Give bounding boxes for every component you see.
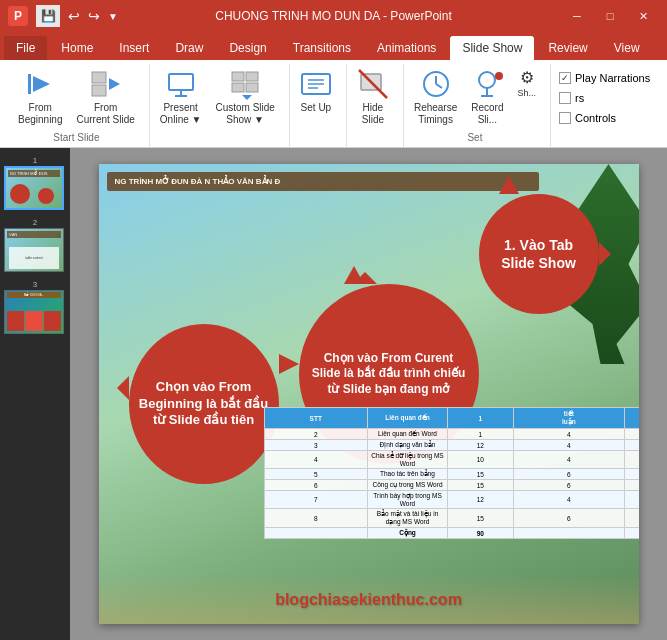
ribbon-group-present: PresentOnline ▼ Custom SlideShow ▼ <box>150 64 290 147</box>
tab-animations[interactable]: Animations <box>365 36 448 60</box>
svg-rect-11 <box>246 83 258 92</box>
slide-thumb-2[interactable]: VĂN table content <box>4 228 64 272</box>
minimize-button[interactable]: ─ <box>561 0 593 32</box>
from-beginning-label: FromBeginning <box>18 102 62 126</box>
tab-file[interactable]: File <box>4 36 47 60</box>
setup-icon <box>300 68 332 100</box>
ribbon-group-hide: HideSlide <box>347 64 404 147</box>
svg-rect-8 <box>232 72 244 81</box>
item2-check[interactable]: rs <box>555 90 654 106</box>
table-col-2: Liên quan đến <box>368 408 448 429</box>
present-online-label: PresentOnline ▼ <box>160 102 202 126</box>
item2-checkbox[interactable] <box>559 92 571 104</box>
setup-label: Set Up <box>301 102 332 113</box>
svg-point-23 <box>495 72 503 80</box>
redo-button[interactable]: ↪ <box>88 8 100 24</box>
tab-draw[interactable]: Draw <box>163 36 215 60</box>
slide-thumb-3[interactable]: MỞ ĐUN ĐÀ... <box>4 290 64 334</box>
item2-label: rs <box>575 92 584 104</box>
main-area: 1 NG TRÌNH MỞ ĐUN 2 VĂN table content <box>0 148 667 640</box>
svg-rect-9 <box>246 72 258 81</box>
controls-label: Controls <box>575 112 616 124</box>
slide-title-text: NG TRÌNH MỞ ĐUN ĐÀ N THẢO VĂN BẢN Đ <box>115 177 531 186</box>
save-button[interactable]: 💾 <box>36 5 60 27</box>
hide-buttons: HideSlide <box>351 64 395 141</box>
present-online-button[interactable]: PresentOnline ▼ <box>154 64 208 130</box>
present-online-icon <box>165 68 197 100</box>
play-narrations-checkbox[interactable] <box>559 72 571 84</box>
hide-slide-label: HideSlide <box>362 102 384 126</box>
svg-point-22 <box>479 72 495 88</box>
play-narrations-label: Play Narrations <box>575 72 650 84</box>
from-current-label: FromCurrent Slide <box>76 102 134 126</box>
customize-button[interactable]: ▼ <box>108 11 118 22</box>
slide-thumb-1[interactable]: NG TRÌNH MỞ ĐUN <box>4 166 64 210</box>
svg-rect-2 <box>92 72 106 83</box>
undo-button[interactable]: ↩ <box>68 8 80 24</box>
svg-rect-5 <box>169 74 193 90</box>
canvas-area: NG TRÌNH MỞ ĐUN ĐÀ N THẢO VĂN BẢN Đ Chọn… <box>70 148 667 640</box>
tab-slideshow[interactable]: Slide Show <box>450 36 534 60</box>
slides-panel[interactable]: 1 NG TRÌNH MỞ ĐUN 2 VĂN table content <box>0 148 70 640</box>
slide-num-1: 1 <box>4 156 66 165</box>
svg-rect-0 <box>28 74 31 94</box>
table-col-3: 1 <box>448 408 514 429</box>
ribbon-group-start-slide: FromBeginning FromCurrent Slide Start Sl… <box>8 64 150 147</box>
tab-home[interactable]: Home <box>49 36 105 60</box>
tab-review[interactable]: Review <box>536 36 599 60</box>
title-bar: P 💾 ↩ ↪ ▼ CHUONG TRINH MO DUN DA - Power… <box>0 0 667 32</box>
rehearse-timings-button[interactable]: RehearseTimings <box>408 64 463 130</box>
callout-right: 1. Vào Tab Slide Show <box>479 194 599 314</box>
hide-group-label <box>351 141 395 143</box>
play-narrations-check[interactable]: Play Narrations <box>555 70 654 86</box>
custom-slideshow-label: Custom SlideShow ▼ <box>215 102 274 126</box>
ribbon-group-timings: RehearseTimings RecordSli... ⚙ Sh... Set <box>404 64 551 147</box>
svg-marker-12 <box>242 95 252 100</box>
setup-button[interactable]: Set Up <box>294 64 338 117</box>
from-current-icon <box>90 68 122 100</box>
ribbon-group-setup: Set Up <box>290 64 347 147</box>
app-icon: P <box>8 6 28 26</box>
close-button[interactable]: ✕ <box>627 0 659 32</box>
blog-watermark: blogchiasekienthuc.com <box>275 591 462 609</box>
slide-canvas: NG TRÌNH MỞ ĐUN ĐÀ N THẢO VĂN BẢN Đ Chọn… <box>99 164 639 624</box>
custom-slideshow-button[interactable]: Custom SlideShow ▼ <box>209 64 280 130</box>
tab-view[interactable]: View <box>602 36 652 60</box>
slide-thumb-wrapper-2: 2 VĂN table content <box>4 218 66 272</box>
from-current-button[interactable]: FromCurrent Slide <box>70 64 140 130</box>
controls-checkbox[interactable] <box>559 112 571 124</box>
from-beginning-button[interactable]: FromBeginning <box>12 64 68 130</box>
window-controls: ─ □ ✕ <box>561 0 659 32</box>
tab-transitions[interactable]: Transitions <box>281 36 363 60</box>
setup-buttons: Set Up <box>294 64 338 141</box>
present-group-label <box>154 141 281 143</box>
callout-left-text: Chọn vào From Beginning là bắt đầu từ Sl… <box>139 379 268 428</box>
tab-design[interactable]: Design <box>217 36 278 60</box>
svg-rect-3 <box>92 85 106 96</box>
start-slide-group-label: Start Slide <box>12 130 141 143</box>
svg-rect-10 <box>232 83 244 92</box>
timings-buttons: RehearseTimings RecordSli... ⚙ Sh... <box>408 64 542 130</box>
ribbon-group-checks: Play Narrations rs Controls <box>551 64 662 147</box>
custom-slideshow-icon <box>229 68 261 100</box>
hide-slide-icon <box>357 68 389 100</box>
more-button[interactable]: ⚙ Sh... <box>512 64 543 102</box>
rehearse-label: RehearseTimings <box>414 102 457 126</box>
slide-title-box: NG TRÌNH MỞ ĐUN ĐÀ N THẢO VĂN BẢN Đ <box>107 172 539 191</box>
svg-marker-1 <box>33 76 50 92</box>
start-slide-buttons: FromBeginning FromCurrent Slide <box>12 64 141 130</box>
slide-thumb-wrapper-3: 3 MỞ ĐUN ĐÀ... <box>4 280 66 334</box>
controls-check[interactable]: Controls <box>555 110 654 126</box>
setup-group-label <box>294 141 338 143</box>
maximize-button[interactable]: □ <box>594 0 626 32</box>
hide-slide-button[interactable]: HideSlide <box>351 64 395 130</box>
from-beginning-icon <box>24 68 56 100</box>
record-slideshow-button[interactable]: RecordSli... <box>465 64 509 130</box>
table-col-1: STT <box>264 408 368 429</box>
timings-group-label: Set <box>408 130 542 143</box>
record-icon <box>471 68 503 100</box>
tab-insert[interactable]: Insert <box>107 36 161 60</box>
slide-num-2: 2 <box>4 218 66 227</box>
slide-thumb-wrapper-1: 1 NG TRÌNH MỞ ĐUN <box>4 156 66 210</box>
record-label: RecordSli... <box>471 102 503 126</box>
